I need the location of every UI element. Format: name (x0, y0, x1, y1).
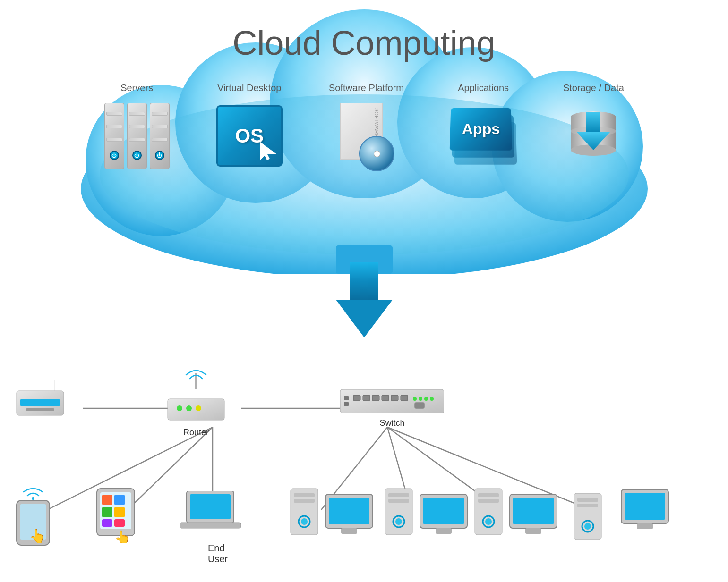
mobile-icon: 👆 (14, 486, 52, 548)
tablet-icon: 👆 (94, 486, 137, 543)
storage-svg (563, 103, 624, 169)
virtual-desktop-label: Virtual Desktop (217, 83, 281, 93)
software-platform-icon: SOFTWARE (331, 98, 402, 174)
server-slot (106, 138, 122, 142)
servers-icon: ⏻ ⏻ ⏻ (104, 98, 170, 174)
svg-point-44 (430, 397, 434, 401)
svg-rect-85 (525, 528, 541, 534)
tablet-device: 👆 (94, 486, 137, 543)
apps-stack: Apps (450, 103, 516, 169)
laptop-icon (180, 491, 241, 536)
svg-rect-92 (625, 493, 665, 520)
svg-point-42 (419, 397, 422, 401)
network-area: Router (0, 354, 728, 582)
tower-icon-1 (288, 486, 320, 536)
server-slot (106, 125, 122, 128)
svg-point-46 (32, 497, 34, 500)
svg-rect-32 (340, 389, 444, 413)
servers-label: Servers (120, 83, 153, 93)
tower-icon-4 (572, 491, 604, 540)
switch-label: Switch (379, 418, 404, 428)
svg-rect-61 (180, 523, 241, 528)
monitor-icon-3 (507, 493, 559, 536)
svg-point-74 (395, 518, 402, 525)
svg-rect-57 (114, 519, 125, 527)
virtual-desktop-icon: OS (216, 98, 283, 174)
tower-monitor-1 (288, 486, 375, 536)
svg-rect-71 (388, 493, 409, 497)
svg-rect-52 (102, 495, 112, 505)
printer-icon (14, 378, 66, 420)
svg-rect-68 (329, 498, 369, 524)
svg-rect-88 (577, 504, 598, 507)
svg-rect-34 (344, 402, 349, 406)
applications-icon: Apps (450, 98, 516, 174)
svg-rect-25 (20, 399, 60, 406)
svg-rect-76 (423, 498, 464, 524)
tower-monitor-3 (472, 486, 559, 536)
monitor-icon-4 (619, 489, 671, 531)
svg-rect-87 (577, 498, 598, 502)
svg-point-31 (196, 405, 201, 411)
svg-rect-56 (102, 519, 112, 527)
svg-point-29 (177, 405, 182, 411)
tower-4 (572, 491, 604, 540)
svg-rect-26 (26, 408, 54, 411)
svg-point-41 (413, 397, 417, 401)
svg-rect-60 (190, 494, 231, 519)
svg-rect-53 (114, 495, 125, 505)
svg-rect-23 (26, 380, 54, 392)
server-power-button: ⏻ (155, 151, 164, 160)
server-slot (152, 138, 168, 142)
svg-rect-55 (114, 507, 125, 517)
svg-text:👆: 👆 (114, 530, 131, 543)
svg-text:👆: 👆 (29, 528, 46, 544)
svg-rect-35 (353, 395, 360, 401)
storage-icon-container (563, 98, 624, 174)
svg-rect-93 (637, 523, 653, 529)
server-slot (129, 112, 145, 116)
server-power-button: ⏻ (132, 151, 142, 160)
svg-point-90 (584, 523, 591, 530)
switch-icon (340, 389, 444, 415)
laptop-device (180, 491, 241, 536)
mobile-device: 👆 (14, 486, 52, 548)
end-user-label: End User (208, 543, 228, 565)
svg-rect-39 (391, 395, 398, 401)
svg-rect-54 (102, 507, 112, 517)
cloud-item-servers: Servers ⏻ ⏻ (104, 83, 170, 174)
svg-rect-69 (341, 528, 357, 534)
server-unit-3: ⏻ (150, 103, 170, 169)
apps-layer-1: Apps (450, 108, 513, 151)
server-slot (129, 125, 145, 128)
monitor-standalone (619, 489, 671, 531)
connection-lines-svg (0, 354, 728, 582)
svg-rect-64 (294, 499, 315, 503)
software-platform-label: Software Platform (329, 83, 404, 93)
server-unit-2: ⏻ (127, 103, 147, 169)
cd-hole (374, 151, 380, 157)
svg-point-66 (301, 518, 308, 525)
svg-rect-38 (382, 395, 389, 401)
arrow-stem (350, 262, 378, 300)
monitor-icon-2 (418, 493, 470, 536)
cloud-items-row: Servers ⏻ ⏻ (81, 83, 648, 174)
tower-icon-3 (472, 486, 505, 536)
svg-point-82 (485, 518, 492, 525)
svg-rect-37 (372, 395, 379, 401)
cloud-item-software-platform: Software Platform SOFTWARE (329, 83, 404, 174)
server-slot (129, 138, 145, 142)
server-unit-1: ⏻ (104, 103, 124, 169)
tower-icon-2 (383, 486, 415, 536)
cloud-diagram: Cloud Computing Servers ⏻ (57, 9, 671, 274)
svg-point-30 (186, 405, 192, 411)
router-icon (165, 368, 227, 425)
svg-rect-72 (388, 499, 409, 503)
cloud-item-storage: Storage / Data (563, 83, 624, 174)
server-slot (152, 112, 168, 116)
svg-rect-79 (478, 493, 499, 497)
svg-rect-40 (401, 395, 408, 401)
cloud-item-virtual-desktop: Virtual Desktop OS (216, 83, 283, 174)
svg-rect-77 (436, 528, 452, 534)
applications-label: Applications (458, 83, 509, 93)
